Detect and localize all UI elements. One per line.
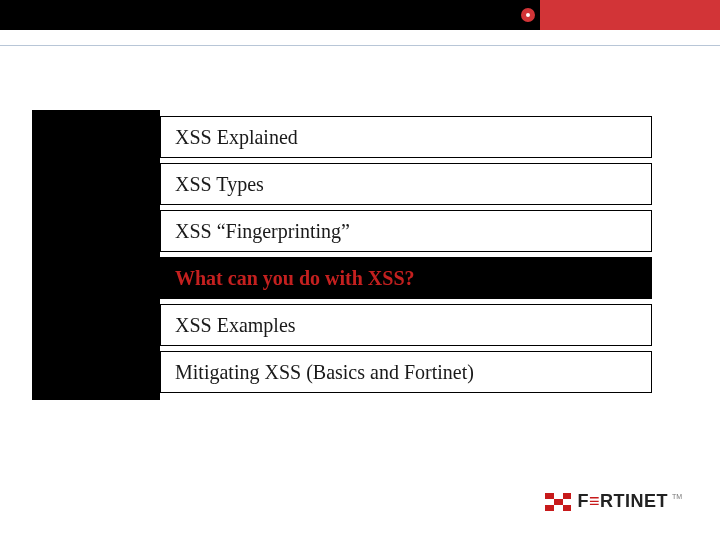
agenda-item-label: XSS Types [175, 173, 264, 196]
brand-accent-icon: ≡ [589, 491, 600, 511]
agenda-item: XSS Explained [160, 116, 652, 158]
header-bar [0, 0, 720, 30]
footer-logo: F≡RTINET TM [545, 491, 682, 512]
trademark-label: TM [672, 493, 682, 500]
agenda-item-label: XSS Explained [175, 126, 298, 149]
agenda-item: XSS Types [160, 163, 652, 205]
agenda-item-active: What can you do with XSS? [160, 257, 652, 299]
agenda-items-list: XSS Explained XSS Types XSS “Fingerprint… [160, 110, 652, 400]
agenda-item-label: XSS “Fingerprinting” [175, 220, 350, 243]
fortinet-logo-text: F≡RTINET [577, 491, 668, 512]
header-dot-icon [521, 8, 535, 22]
agenda-item: XSS Examples [160, 304, 652, 346]
brand-prefix: F [577, 491, 589, 511]
agenda-item-label: What can you do with XSS? [175, 267, 415, 290]
agenda-item: XSS “Fingerprinting” [160, 210, 652, 252]
agenda-item: Mitigating XSS (Basics and Fortinet) [160, 351, 652, 393]
agenda-side-panel [32, 110, 160, 400]
header-red-stripe [540, 0, 720, 30]
brand-suffix: RTINET [600, 491, 668, 511]
fortinet-logo-icon [545, 493, 571, 511]
header-dot-wrap [513, 0, 543, 30]
agenda-item-label: Mitigating XSS (Basics and Fortinet) [175, 361, 474, 384]
header-underline [0, 45, 720, 46]
agenda-item-label: XSS Examples [175, 314, 296, 337]
agenda-block: XSS Explained XSS Types XSS “Fingerprint… [32, 110, 652, 400]
